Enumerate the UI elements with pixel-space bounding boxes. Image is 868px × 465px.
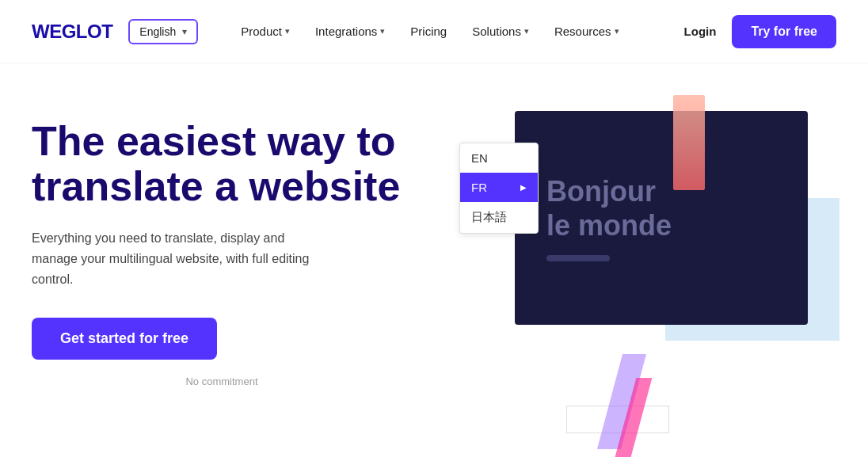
chevron-down-icon: ▾ bbox=[285, 26, 290, 36]
nav-item-product[interactable]: Product ▾ bbox=[230, 18, 301, 44]
get-started-button[interactable]: Get started for free bbox=[32, 318, 217, 360]
chevron-down-icon: ▾ bbox=[182, 26, 187, 37]
chevron-down-icon: ▾ bbox=[615, 26, 619, 36]
bonjour-text: Bonjour le monde bbox=[546, 174, 776, 242]
chevron-down-icon: ▾ bbox=[524, 26, 529, 36]
login-button[interactable]: Login bbox=[684, 25, 717, 38]
hero-title: The easiest way to translate a website bbox=[32, 119, 412, 209]
lang-option-en: EN bbox=[460, 143, 538, 173]
dark-card-bar bbox=[546, 255, 610, 261]
nav-actions: Login Try for free bbox=[684, 15, 836, 48]
language-selector[interactable]: English ▾ bbox=[128, 19, 198, 44]
hero-illustration: EN FR 日本語 Bonjour le monde bbox=[412, 111, 836, 465]
language-switcher-widget: EN FR 日本語 bbox=[459, 143, 539, 234]
dark-translation-card: Bonjour le monde bbox=[515, 111, 808, 325]
nav-item-solutions[interactable]: Solutions ▾ bbox=[461, 18, 540, 44]
try-free-button[interactable]: Try for free bbox=[732, 15, 836, 48]
pink-bar-decoration bbox=[673, 95, 705, 190]
header: WEGLOT English ▾ Product ▾ Integrations … bbox=[0, 0, 868, 63]
no-commitment-text: No commitment bbox=[32, 375, 412, 387]
nav-item-resources[interactable]: Resources ▾ bbox=[543, 18, 630, 44]
language-selector-label: English bbox=[139, 25, 176, 38]
main-nav: Product ▾ Integrations ▾ Pricing Solutio… bbox=[230, 18, 683, 44]
lang-option-fr: FR bbox=[460, 173, 538, 202]
hero-left: The easiest way to translate a website E… bbox=[32, 111, 412, 387]
lang-option-jp: 日本語 bbox=[460, 202, 538, 233]
nav-item-pricing[interactable]: Pricing bbox=[399, 18, 458, 44]
logo: WEGLOT bbox=[32, 21, 112, 43]
hero-section: The easiest way to translate a website E… bbox=[0, 63, 868, 465]
nav-item-integrations[interactable]: Integrations ▾ bbox=[304, 18, 396, 44]
hero-subtitle: Everything you need to translate, displa… bbox=[32, 228, 333, 289]
chevron-down-icon: ▾ bbox=[380, 26, 385, 36]
